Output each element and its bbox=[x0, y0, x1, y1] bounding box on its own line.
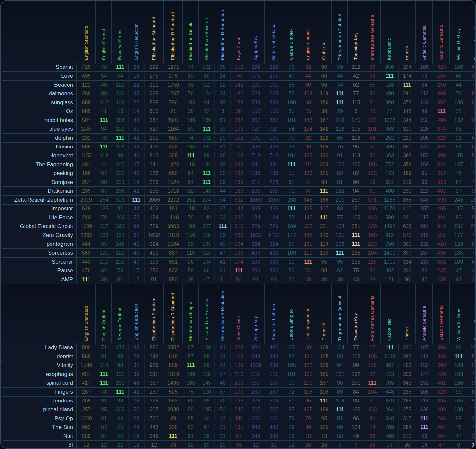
value-cell[interactable]: 651 bbox=[77, 370, 96, 379]
row-label[interactable]: Zeta-Reticuli Zephelium bbox=[1, 196, 77, 204]
value-cell-highlighted[interactable]: 111 bbox=[96, 116, 112, 125]
value-cell[interactable]: 1339 bbox=[247, 361, 265, 370]
value-cell[interactable]: 19 bbox=[129, 432, 145, 440]
value-cell-highlighted[interactable]: 111 bbox=[316, 397, 332, 405]
value-cell[interactable]: 63 bbox=[283, 343, 300, 352]
value-cell-highlighted[interactable]: 111 bbox=[77, 275, 96, 284]
row-label[interactable]: The Fappening bbox=[1, 160, 77, 169]
value-cell[interactable]: 559 bbox=[77, 432, 96, 440]
value-cell[interactable]: 436 bbox=[433, 249, 450, 257]
value-cell[interactable]: 209 bbox=[332, 196, 348, 204]
value-cell[interactable]: 912 bbox=[381, 231, 399, 240]
value-cell[interactable]: 13 bbox=[381, 441, 399, 449]
row-label[interactable]: Oz bbox=[1, 107, 77, 116]
column-header-cipher-x[interactable]: Cipher X bbox=[316, 284, 332, 343]
value-cell[interactable]: 58 bbox=[332, 432, 348, 440]
row-label[interactable]: Sorcerer bbox=[1, 258, 77, 266]
value-cell[interactable]: 74 bbox=[300, 178, 316, 186]
value-cell[interactable]: 104 bbox=[283, 151, 300, 160]
value-cell[interactable]: 104 bbox=[364, 249, 381, 257]
value-cell[interactable]: 101 bbox=[96, 258, 112, 266]
value-cell[interactable]: 121 bbox=[348, 205, 364, 213]
value-cell[interactable]: 493 bbox=[265, 249, 283, 257]
value-cell[interactable]: 506 bbox=[381, 143, 399, 151]
value-cell[interactable]: 70 bbox=[283, 134, 300, 142]
value-cell[interactable]: 186 bbox=[364, 160, 381, 169]
value-cell[interactable]: 786 bbox=[467, 231, 476, 240]
value-cell[interactable]: 323 bbox=[433, 63, 450, 71]
value-cell[interactable]: 81 bbox=[332, 178, 348, 186]
value-cell[interactable]: 44 bbox=[450, 81, 467, 89]
value-cell[interactable]: 116 bbox=[183, 160, 199, 169]
value-cell[interactable]: 480 bbox=[265, 343, 283, 352]
value-cell[interactable]: 159 bbox=[112, 379, 129, 387]
value-cell[interactable]: 77 bbox=[348, 343, 364, 352]
value-cell[interactable]: 1495 bbox=[164, 379, 183, 387]
value-cell[interactable]: 481 bbox=[77, 160, 96, 169]
value-cell[interactable]: 443 bbox=[77, 258, 96, 266]
value-cell[interactable]: 660 bbox=[247, 414, 265, 423]
value-cell[interactable]: 349 bbox=[145, 432, 164, 440]
value-cell[interactable]: 246 bbox=[231, 405, 247, 414]
value-cell[interactable]: 363 bbox=[381, 125, 399, 133]
value-cell[interactable]: 175 bbox=[348, 116, 364, 125]
value-cell[interactable]: 1010 bbox=[164, 231, 183, 240]
value-cell[interactable]: 34 bbox=[215, 352, 231, 361]
value-cell[interactable]: 44 bbox=[112, 432, 129, 440]
value-cell[interactable]: 157 bbox=[316, 379, 332, 387]
value-cell[interactable]: 780 bbox=[381, 240, 399, 248]
column-header-trigrammaton-qabalah[interactable]: Trigrammaton Qabalah bbox=[332, 1, 348, 63]
value-cell[interactable]: 348 bbox=[300, 196, 316, 204]
value-cell[interactable]: 56 bbox=[215, 231, 231, 240]
value-cell[interactable]: 624 bbox=[467, 98, 476, 107]
value-cell[interactable]: 38 bbox=[215, 63, 231, 71]
value-cell[interactable]: 61 bbox=[283, 178, 300, 186]
value-cell[interactable]: 1019 bbox=[164, 370, 183, 379]
value-cell[interactable]: 76 bbox=[450, 169, 467, 178]
value-cell[interactable]: 112 bbox=[199, 81, 215, 89]
value-cell[interactable]: 496 bbox=[433, 116, 450, 125]
value-cell[interactable]: 104 bbox=[199, 258, 215, 266]
value-cell[interactable]: 232 bbox=[231, 213, 247, 222]
column-header-english-standard[interactable]: English Standard bbox=[76, 284, 96, 343]
column-header-english-reduction[interactable]: English Reduction bbox=[128, 284, 144, 343]
value-cell[interactable]: 48 bbox=[300, 275, 316, 284]
value-cell[interactable]: 154 bbox=[332, 222, 348, 231]
value-cell[interactable]: 132 bbox=[112, 370, 129, 379]
value-cell[interactable]: 726 bbox=[467, 178, 476, 186]
value-cell[interactable]: 157 bbox=[231, 143, 247, 151]
value-cell[interactable]: 84 bbox=[283, 125, 300, 133]
column-header-kaye-cipher[interactable]: Kaye Cipher bbox=[230, 284, 247, 343]
value-cell[interactable]: 76 bbox=[231, 72, 247, 80]
value-cell[interactable]: 83 bbox=[183, 423, 199, 432]
value-cell[interactable]: 42 bbox=[416, 275, 433, 284]
value-cell[interactable]: 98 bbox=[112, 151, 129, 160]
value-cell[interactable]: 99 bbox=[450, 414, 467, 423]
value-cell-highlighted[interactable]: 111 bbox=[199, 169, 215, 178]
value-cell[interactable]: 809 bbox=[164, 361, 183, 370]
value-cell-highlighted[interactable]: 111 bbox=[332, 98, 348, 107]
value-cell[interactable]: 303 bbox=[112, 196, 129, 204]
value-cell[interactable]: 96 bbox=[364, 151, 381, 160]
value-cell[interactable]: 102 bbox=[300, 89, 316, 98]
value-cell[interactable]: 357 bbox=[247, 379, 265, 387]
value-cell[interactable]: 1147 bbox=[77, 125, 96, 133]
value-cell[interactable]: 660 bbox=[265, 414, 283, 423]
value-cell[interactable]: 155 bbox=[416, 116, 433, 125]
value-cell[interactable]: 147 bbox=[416, 370, 433, 379]
value-cell[interactable]: 260 bbox=[231, 231, 247, 240]
value-cell[interactable]: 81 bbox=[283, 397, 300, 405]
value-cell[interactable]: 760 bbox=[145, 414, 164, 423]
value-cell[interactable]: 67 bbox=[129, 160, 145, 169]
value-cell[interactable]: 551 bbox=[433, 231, 450, 240]
value-cell[interactable]: 214 bbox=[77, 213, 96, 222]
value-cell[interactable]: 220 bbox=[399, 343, 416, 352]
column-header-elizabethan-simple[interactable]: Elizabethan Simple bbox=[183, 1, 199, 63]
value-cell[interactable]: 145 bbox=[199, 379, 215, 387]
value-cell[interactable]: 122 bbox=[112, 125, 129, 133]
value-cell[interactable]: 1549 bbox=[77, 361, 96, 370]
value-cell[interactable]: 89 bbox=[199, 151, 215, 160]
value-cell[interactable]: 541 bbox=[433, 160, 450, 169]
value-cell[interactable]: 189 bbox=[316, 405, 332, 414]
value-cell[interactable]: 792 bbox=[467, 370, 476, 379]
